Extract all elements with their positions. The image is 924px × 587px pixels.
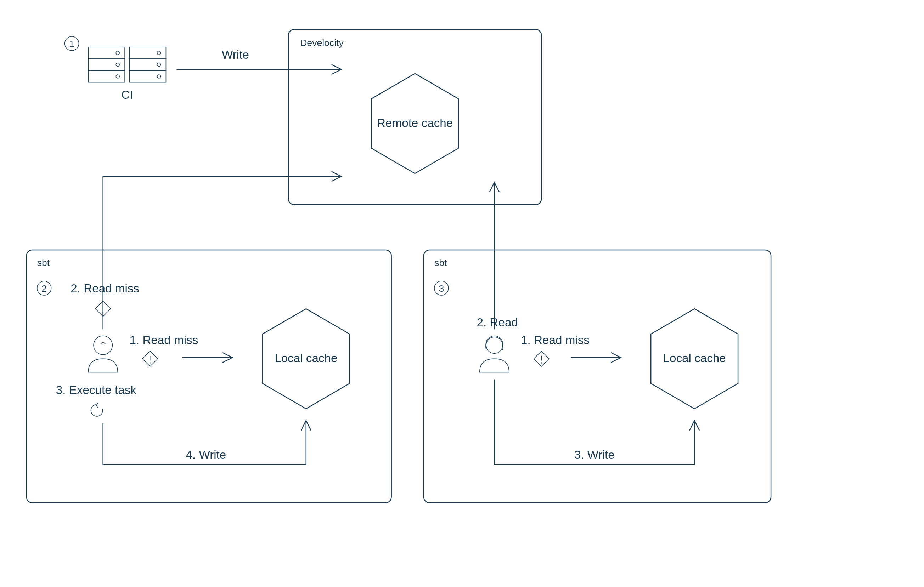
sbt-right-step2: 2. Read xyxy=(477,316,518,329)
step-badge-3: 3 xyxy=(434,281,449,295)
develocity-title: Develocity xyxy=(300,38,344,48)
user-icon xyxy=(480,336,509,372)
loop-icon xyxy=(91,403,103,416)
develocity-box: Develocity Remote cache xyxy=(289,30,541,205)
sbt-left-step4: 4. Write xyxy=(186,448,226,461)
svg-point-25 xyxy=(150,362,150,363)
local-cache-label-right: Local cache xyxy=(663,352,726,365)
sbt-left-title: sbt xyxy=(37,257,50,268)
svg-point-9 xyxy=(116,75,119,78)
svg-point-7 xyxy=(116,63,119,67)
svg-text:3: 3 xyxy=(439,283,444,294)
step-badge-1: 1 xyxy=(65,36,79,51)
alert-icon xyxy=(534,351,549,367)
sbt-left-step1: 1. Read miss xyxy=(129,334,198,347)
remote-cache-hexagon: Remote cache xyxy=(371,74,459,173)
ci-write-label: Write xyxy=(222,48,249,61)
sbt-left-step2: 2. Read miss xyxy=(71,282,139,295)
svg-text:2: 2 xyxy=(41,283,47,294)
sbt-left-box: sbt 2 2. Read miss 1. Read miss xyxy=(26,176,391,503)
ci-label: CI xyxy=(121,88,133,101)
svg-point-15 xyxy=(157,75,161,78)
svg-point-22 xyxy=(94,336,112,355)
local-cache-hexagon-right: Local cache xyxy=(651,309,738,409)
remote-cache-label: Remote cache xyxy=(377,117,453,130)
local-cache-hexagon-left: Local cache xyxy=(262,309,350,409)
svg-point-11 xyxy=(157,51,161,55)
svg-point-33 xyxy=(541,362,542,363)
step-badge-2: 2 xyxy=(37,281,51,295)
diagram-root: Develocity Remote cache 1 xyxy=(0,0,924,587)
svg-point-30 xyxy=(486,337,503,354)
sbt-right-step1: 1. Read miss xyxy=(521,334,589,347)
svg-point-13 xyxy=(157,63,161,67)
svg-point-5 xyxy=(116,51,119,55)
sbt-left-step3: 3. Execute task xyxy=(56,383,137,396)
servers-icon xyxy=(88,47,166,82)
local-cache-label-left: Local cache xyxy=(275,352,337,365)
user-icon xyxy=(88,336,118,372)
sbt-right-box: sbt 3 2. Read 1. Read miss Local cache xyxy=(424,183,771,503)
sbt-right-step3: 3. Write xyxy=(574,448,615,461)
sbt-right-title: sbt xyxy=(434,257,447,268)
svg-text:1: 1 xyxy=(69,39,74,49)
arrow-sbt-left-remote xyxy=(103,176,342,329)
alert-icon xyxy=(142,351,158,367)
